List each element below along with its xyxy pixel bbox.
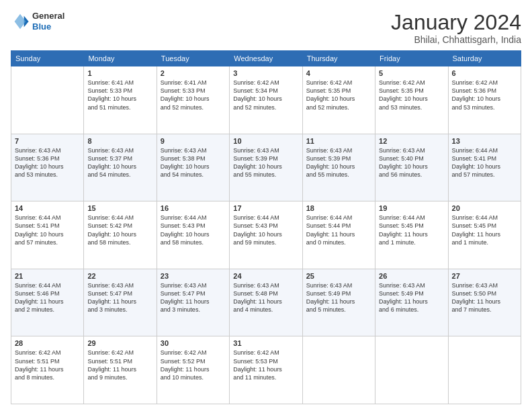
day-cell: 25Sunrise: 6:43 AM Sunset: 5:49 PM Dayli…: [302, 269, 375, 336]
day-number: 29: [87, 339, 152, 347]
main-title: January 2024: [391, 11, 521, 34]
day-info: Sunrise: 6:42 AM Sunset: 5:53 PM Dayligh…: [233, 349, 298, 381]
day-info: Sunrise: 6:42 AM Sunset: 5:52 PM Dayligh…: [161, 349, 226, 381]
day-cell: 15Sunrise: 6:44 AM Sunset: 5:42 PM Dayli…: [84, 201, 157, 269]
day-info: Sunrise: 6:41 AM Sunset: 5:33 PM Dayligh…: [87, 79, 152, 111]
header-cell-thursday: Thursday: [302, 51, 375, 66]
day-number: 28: [15, 339, 80, 347]
header-cell-monday: Monday: [84, 51, 157, 66]
day-cell: [448, 336, 521, 404]
day-cell: 24Sunrise: 6:43 AM Sunset: 5:48 PM Dayli…: [230, 269, 302, 336]
logo: General Blue: [11, 11, 64, 32]
day-number: 31: [233, 339, 298, 347]
day-cell: 7Sunrise: 6:43 AM Sunset: 5:36 PM Daylig…: [11, 134, 84, 201]
day-cell: 19Sunrise: 6:44 AM Sunset: 5:45 PM Dayli…: [375, 201, 448, 269]
day-number: 3: [233, 69, 298, 77]
day-info: Sunrise: 6:44 AM Sunset: 5:44 PM Dayligh…: [306, 214, 371, 246]
day-info: Sunrise: 6:42 AM Sunset: 5:35 PM Dayligh…: [306, 79, 371, 111]
day-number: 15: [87, 204, 152, 212]
day-info: Sunrise: 6:44 AM Sunset: 5:45 PM Dayligh…: [379, 214, 444, 246]
day-info: Sunrise: 6:44 AM Sunset: 5:41 PM Dayligh…: [452, 146, 517, 179]
header-row: SundayMondayTuesdayWednesdayThursdayFrid…: [11, 51, 521, 66]
day-info: Sunrise: 6:42 AM Sunset: 5:51 PM Dayligh…: [87, 349, 152, 381]
day-number: 16: [161, 204, 226, 212]
day-number: 10: [233, 137, 298, 145]
day-cell: 5Sunrise: 6:42 AM Sunset: 5:35 PM Daylig…: [375, 66, 448, 134]
day-info: Sunrise: 6:42 AM Sunset: 5:36 PM Dayligh…: [452, 79, 517, 111]
day-number: 30: [161, 339, 226, 347]
day-cell: 14Sunrise: 6:44 AM Sunset: 5:41 PM Dayli…: [11, 201, 84, 269]
day-info: Sunrise: 6:43 AM Sunset: 5:39 PM Dayligh…: [233, 146, 298, 179]
week-row-0: 1Sunrise: 6:41 AM Sunset: 5:33 PM Daylig…: [11, 66, 521, 134]
day-cell: [302, 336, 375, 404]
day-cell: 8Sunrise: 6:43 AM Sunset: 5:37 PM Daylig…: [84, 134, 157, 201]
day-info: Sunrise: 6:43 AM Sunset: 5:38 PM Dayligh…: [161, 146, 226, 179]
header-cell-sunday: Sunday: [11, 51, 84, 66]
day-number: 19: [379, 204, 444, 212]
day-number: 24: [233, 272, 298, 280]
day-info: Sunrise: 6:44 AM Sunset: 5:42 PM Dayligh…: [87, 214, 152, 246]
logo-blue: Blue: [32, 21, 64, 32]
title-block: January 2024 Bhilai, Chhattisgarh, India: [391, 11, 521, 45]
day-info: Sunrise: 6:43 AM Sunset: 5:37 PM Dayligh…: [87, 146, 152, 179]
day-cell: 16Sunrise: 6:44 AM Sunset: 5:43 PM Dayli…: [157, 201, 229, 269]
week-row-3: 21Sunrise: 6:44 AM Sunset: 5:46 PM Dayli…: [11, 269, 521, 336]
day-number: 1: [87, 69, 152, 77]
day-number: 25: [306, 272, 371, 280]
day-number: 22: [87, 272, 152, 280]
day-info: Sunrise: 6:43 AM Sunset: 5:39 PM Dayligh…: [306, 146, 371, 179]
day-cell: 17Sunrise: 6:44 AM Sunset: 5:43 PM Dayli…: [230, 201, 302, 269]
day-number: 8: [87, 137, 152, 145]
day-number: 2: [161, 69, 226, 77]
day-cell: 26Sunrise: 6:43 AM Sunset: 5:49 PM Dayli…: [375, 269, 448, 336]
day-number: 23: [161, 272, 226, 280]
logo-text: General Blue: [32, 11, 64, 32]
day-number: 27: [452, 272, 517, 280]
day-number: 21: [15, 272, 80, 280]
day-info: Sunrise: 6:43 AM Sunset: 5:47 PM Dayligh…: [161, 281, 226, 314]
day-info: Sunrise: 6:44 AM Sunset: 5:46 PM Dayligh…: [15, 281, 80, 314]
day-number: 26: [379, 272, 444, 280]
day-number: 13: [452, 137, 517, 145]
day-cell: 30Sunrise: 6:42 AM Sunset: 5:52 PM Dayli…: [157, 336, 229, 404]
sub-title: Bhilai, Chhattisgarh, India: [391, 34, 521, 45]
day-cell: 6Sunrise: 6:42 AM Sunset: 5:36 PM Daylig…: [448, 66, 521, 134]
day-cell: 10Sunrise: 6:43 AM Sunset: 5:39 PM Dayli…: [230, 134, 302, 201]
week-row-1: 7Sunrise: 6:43 AM Sunset: 5:36 PM Daylig…: [11, 134, 521, 201]
day-cell: 28Sunrise: 6:42 AM Sunset: 5:51 PM Dayli…: [11, 336, 84, 404]
day-number: 5: [379, 69, 444, 77]
day-info: Sunrise: 6:43 AM Sunset: 5:50 PM Dayligh…: [452, 281, 517, 314]
day-info: Sunrise: 6:44 AM Sunset: 5:43 PM Dayligh…: [161, 214, 226, 246]
header: General Blue January 2024 Bhilai, Chhatt…: [11, 11, 521, 45]
header-cell-wednesday: Wednesday: [230, 51, 302, 66]
day-info: Sunrise: 6:42 AM Sunset: 5:51 PM Dayligh…: [15, 349, 80, 381]
day-cell: 3Sunrise: 6:42 AM Sunset: 5:34 PM Daylig…: [230, 66, 302, 134]
day-cell: 22Sunrise: 6:43 AM Sunset: 5:47 PM Dayli…: [84, 269, 157, 336]
day-number: 17: [233, 204, 298, 212]
day-number: 7: [15, 137, 80, 145]
day-cell: [375, 336, 448, 404]
page: General Blue January 2024 Bhilai, Chhatt…: [0, 0, 532, 411]
header-cell-tuesday: Tuesday: [157, 51, 229, 66]
day-number: 12: [379, 137, 444, 145]
logo-icon: [11, 12, 30, 31]
day-info: Sunrise: 6:43 AM Sunset: 5:47 PM Dayligh…: [87, 281, 152, 314]
day-cell: 29Sunrise: 6:42 AM Sunset: 5:51 PM Dayli…: [84, 336, 157, 404]
header-cell-saturday: Saturday: [448, 51, 521, 66]
day-cell: 12Sunrise: 6:43 AM Sunset: 5:40 PM Dayli…: [375, 134, 448, 201]
day-info: Sunrise: 6:43 AM Sunset: 5:48 PM Dayligh…: [233, 281, 298, 314]
logo-general: General: [32, 11, 64, 21]
day-info: Sunrise: 6:43 AM Sunset: 5:40 PM Dayligh…: [379, 146, 444, 179]
day-cell: 20Sunrise: 6:44 AM Sunset: 5:45 PM Dayli…: [448, 201, 521, 269]
day-number: 11: [306, 137, 371, 145]
day-cell: 31Sunrise: 6:42 AM Sunset: 5:53 PM Dayli…: [230, 336, 302, 404]
day-cell: 11Sunrise: 6:43 AM Sunset: 5:39 PM Dayli…: [302, 134, 375, 201]
day-number: 4: [306, 69, 371, 77]
week-row-4: 28Sunrise: 6:42 AM Sunset: 5:51 PM Dayli…: [11, 336, 521, 404]
day-info: Sunrise: 6:43 AM Sunset: 5:49 PM Dayligh…: [379, 281, 444, 314]
header-cell-friday: Friday: [375, 51, 448, 66]
day-cell: 21Sunrise: 6:44 AM Sunset: 5:46 PM Dayli…: [11, 269, 84, 336]
day-info: Sunrise: 6:42 AM Sunset: 5:34 PM Dayligh…: [233, 79, 298, 111]
calendar-table: SundayMondayTuesdayWednesdayThursdayFrid…: [11, 50, 521, 404]
day-info: Sunrise: 6:43 AM Sunset: 5:49 PM Dayligh…: [306, 281, 371, 314]
